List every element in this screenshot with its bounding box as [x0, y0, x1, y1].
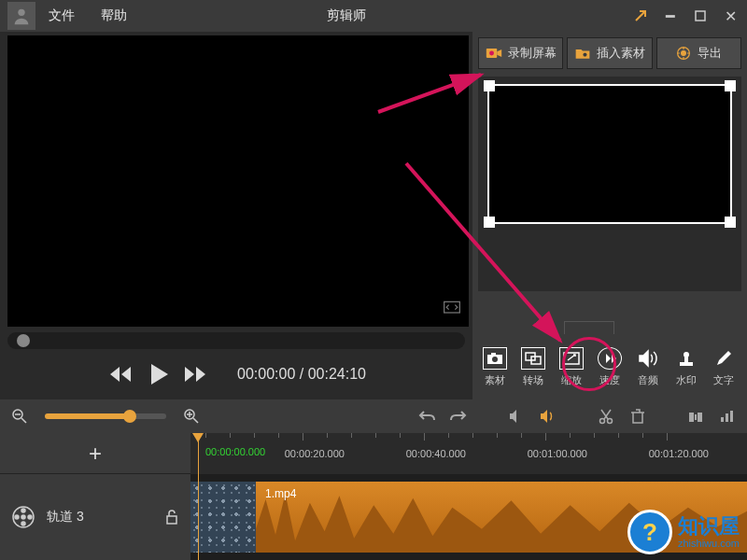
- svg-point-5: [583, 52, 587, 57]
- svg-rect-13: [564, 353, 579, 364]
- pencil-icon: [712, 347, 736, 370]
- restore-window-icon[interactable]: [627, 3, 654, 29]
- tool-speed[interactable]: 速度: [594, 347, 626, 387]
- film-reel-icon: [11, 505, 35, 529]
- zoom-icon: [559, 347, 584, 370]
- mute-button[interactable]: [504, 404, 529, 428]
- tool-text[interactable]: 文字: [708, 347, 740, 387]
- tool-material[interactable]: 素材: [479, 347, 511, 387]
- crop-handle-tr[interactable]: [725, 80, 736, 91]
- svg-point-20: [608, 419, 613, 424]
- svg-rect-22: [698, 413, 702, 422]
- watermark-icon: ?: [627, 510, 672, 554]
- camera-icon: [483, 347, 507, 370]
- svg-rect-10: [491, 353, 496, 356]
- crop-handle-br[interactable]: [725, 217, 736, 228]
- cut-button[interactable]: [594, 404, 618, 428]
- speed-icon: [598, 347, 622, 370]
- add-track-button[interactable]: +: [0, 433, 190, 474]
- insert-material-button[interactable]: 插入素材: [567, 37, 652, 69]
- delete-button[interactable]: [626, 404, 650, 428]
- transition-icon: [521, 347, 545, 370]
- svg-rect-1: [696, 11, 705, 21]
- active-tab-indicator: [564, 321, 614, 334]
- minimize-button[interactable]: ━: [657, 3, 684, 29]
- volume-button[interactable]: [536, 404, 560, 428]
- svg-rect-26: [730, 411, 733, 422]
- svg-point-28: [21, 515, 25, 519]
- levels-button[interactable]: [715, 404, 740, 428]
- tool-audio[interactable]: 音频: [632, 347, 664, 387]
- stamp-icon: [674, 347, 698, 370]
- crop-selection[interactable]: [487, 84, 732, 224]
- svg-rect-25: [726, 413, 728, 422]
- svg-rect-15: [684, 357, 688, 362]
- svg-point-30: [21, 522, 25, 525]
- ruler-label: 00:00:40.000: [406, 448, 466, 459]
- svg-point-9: [492, 357, 498, 362]
- watermark-title: 知识屋: [678, 515, 740, 538]
- crop-handle-bl[interactable]: [484, 217, 495, 228]
- svg-point-19: [600, 419, 605, 424]
- track-label: 轨道 3: [47, 509, 84, 525]
- track-header[interactable]: 轨道 3: [0, 474, 190, 560]
- svg-point-31: [15, 515, 19, 519]
- tool-transition[interactable]: 转场: [517, 347, 549, 387]
- ruler-label: 00:01:00.000: [528, 448, 587, 459]
- svg-point-29: [21, 509, 25, 512]
- app-title: 剪辑师: [65, 7, 627, 24]
- forward-button[interactable]: [183, 364, 209, 385]
- play-button[interactable]: [144, 360, 172, 388]
- close-button[interactable]: ✕: [717, 3, 743, 29]
- tool-watermark[interactable]: 水印: [670, 347, 702, 387]
- svg-rect-16: [680, 362, 693, 366]
- export-button[interactable]: 导出: [656, 37, 741, 69]
- rewind-button[interactable]: [106, 364, 133, 385]
- scrub-bar[interactable]: [7, 332, 465, 349]
- crop-canvas[interactable]: [478, 77, 741, 291]
- undo-button[interactable]: [415, 404, 439, 428]
- watermark-url: zhishiwu.com: [678, 538, 740, 549]
- zoom-in-button[interactable]: [179, 404, 204, 428]
- speaker-icon: [636, 347, 660, 370]
- time-ruler[interactable]: 00:00:00.000 00:00:20.00000:00:40.00000:…: [190, 433, 747, 474]
- video-preview[interactable]: [7, 35, 469, 327]
- record-screen-button[interactable]: 录制屏幕: [478, 37, 563, 69]
- user-avatar[interactable]: [7, 2, 35, 30]
- fullscreen-icon[interactable]: [443, 300, 461, 319]
- tool-zoom[interactable]: 缩放: [556, 347, 587, 387]
- svg-point-0: [18, 9, 24, 16]
- maximize-button[interactable]: [687, 3, 713, 29]
- svg-point-4: [489, 51, 494, 56]
- svg-rect-21: [689, 413, 694, 422]
- clip-thumbnail: [190, 482, 256, 553]
- svg-point-7: [682, 51, 686, 56]
- zoom-out-button[interactable]: [7, 404, 32, 428]
- svg-rect-24: [721, 417, 724, 422]
- unlock-icon[interactable]: [164, 509, 179, 525]
- svg-rect-33: [167, 516, 176, 524]
- crop-handle-tl[interactable]: [484, 80, 495, 91]
- ruler-label: 00:01:20.000: [649, 448, 709, 459]
- playhead[interactable]: [198, 433, 199, 560]
- timecode: 00:00:00 / 00:24:10: [237, 366, 366, 383]
- ruler-label: 00:00:20.000: [285, 448, 345, 459]
- clip-name: 1.mp4: [265, 487, 296, 500]
- zoom-slider[interactable]: [45, 413, 166, 419]
- svg-point-32: [28, 515, 32, 519]
- snap-button[interactable]: [684, 404, 708, 428]
- redo-button[interactable]: [446, 404, 471, 428]
- svg-rect-23: [695, 414, 697, 420]
- scrub-handle[interactable]: [17, 334, 30, 347]
- watermark-badge: ? 知识屋 zhishiwu.com: [627, 510, 740, 554]
